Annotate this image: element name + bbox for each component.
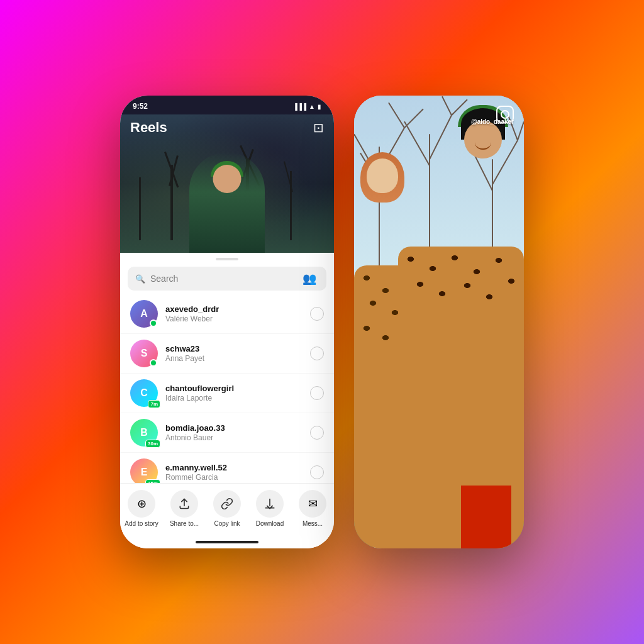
red-pants [461, 486, 511, 548]
contact-name: Rommel Garcia [165, 473, 310, 482]
download-action[interactable]: Download [248, 490, 291, 527]
app-container: 9:52 ▐▐▐ ▲ ▮ Reels ⊡ 🔍 [0, 0, 644, 644]
time-badge: 30m [145, 440, 160, 448]
svg-line-4 [404, 109, 423, 128]
search-bar[interactable]: 🔍 👥 [128, 267, 326, 291]
reels-header: Reels ⊡ [120, 114, 334, 141]
contact-name: Antonio Bauer [165, 433, 310, 442]
home-indicator [120, 536, 334, 548]
contact-name: Valérie Weber [165, 314, 310, 323]
download-icon [256, 490, 284, 518]
contact-item[interactable]: B 30m bomdia.joao.33 Antonio Bauer [120, 413, 334, 453]
camera-icon[interactable]: ⊡ [313, 120, 324, 135]
online-indicator [150, 359, 157, 367]
add-to-story-action[interactable]: ⊕ Add to story [120, 490, 163, 527]
avatar-wrap: S [130, 340, 158, 367]
avatar-wrap: A [130, 300, 158, 328]
svg-line-5 [389, 103, 404, 128]
guy-head [461, 108, 505, 158]
select-circle[interactable] [310, 426, 324, 440]
avatar-wrap: E 45m [130, 458, 158, 483]
select-circle[interactable] [310, 307, 324, 321]
contact-username: schwa23 [165, 344, 310, 353]
new-group-button[interactable]: 👥 [300, 272, 319, 286]
search-icon: 🔍 [135, 274, 145, 284]
avatar-wrap: C 7m [130, 379, 158, 407]
girl-face [367, 158, 398, 193]
person-head [213, 165, 242, 193]
contact-name: Idaira Laporte [165, 394, 310, 402]
video-preview[interactable]: Reels ⊡ [120, 114, 334, 253]
signal-icon: ▐▐▐ [293, 103, 306, 110]
contact-item[interactable]: E 45m e.manny.well.52 Rommel Garcia [120, 453, 334, 483]
add-to-story-label: Add to story [125, 520, 158, 527]
time-badge: 45m [145, 479, 160, 483]
contact-item[interactable]: C 7m chantouflowergirl Idaira Laporte [120, 374, 334, 413]
copy-link-icon [213, 490, 241, 518]
share-panel: 🔍 👥 A axevedo_drdr Valérie Weber [120, 253, 334, 548]
copy-link-label: Copy link [214, 520, 240, 527]
contact-item[interactable]: A axevedo_drdr Valérie Weber [120, 294, 334, 334]
contact-info: e.manny.well.52 Rommel Garcia [165, 463, 310, 482]
contact-info: bomdia.joao.33 Antonio Bauer [165, 423, 310, 442]
guy-face [464, 121, 502, 158]
girl-head [364, 152, 401, 196]
action-bar: ⊕ Add to story Share to... [120, 483, 334, 536]
photo-content: @aldo_daaker [354, 96, 524, 548]
svg-line-10 [442, 96, 452, 115]
contact-info: schwa23 Anna Payet [165, 344, 310, 363]
message-icon: ✉ [299, 490, 326, 518]
contact-info: chantouflowergirl Idaira Laporte [165, 384, 310, 402]
message-action[interactable]: ✉ Mess... [291, 490, 334, 527]
search-input[interactable] [150, 274, 300, 284]
status-icons: ▐▐▐ ▲ ▮ [293, 103, 321, 110]
home-bar [196, 541, 258, 543]
message-label: Mess... [303, 520, 323, 527]
online-indicator [150, 319, 157, 327]
share-to-action[interactable]: Share to... [163, 490, 206, 527]
download-label: Download [256, 520, 284, 527]
contact-username: bomdia.joao.33 [165, 423, 310, 433]
share-to-icon [170, 490, 198, 518]
svg-line-15 [508, 115, 518, 140]
contact-info: axevedo_drdr Valérie Weber [165, 304, 310, 323]
left-phone: 9:52 ▐▐▐ ▲ ▮ Reels ⊡ 🔍 [120, 96, 334, 548]
contact-item[interactable]: S schwa23 Anna Payet [120, 334, 334, 374]
svg-line-7 [404, 121, 430, 165]
avatar-wrap: B 30m [130, 419, 158, 447]
contact-username: axevedo_drdr [165, 304, 310, 314]
select-circle[interactable] [310, 465, 324, 479]
contact-username: chantouflowergirl [165, 384, 310, 393]
status-time: 9:52 [133, 102, 148, 111]
battery-icon: ▮ [318, 103, 321, 110]
select-circle[interactable] [310, 347, 324, 360]
guy-smile [475, 142, 491, 150]
person-silhouette [189, 152, 265, 253]
copy-link-action[interactable]: Copy link [206, 490, 248, 527]
add-to-story-icon: ⊕ [128, 490, 155, 518]
contact-username: e.manny.well.52 [165, 463, 310, 472]
select-circle[interactable] [310, 386, 324, 400]
share-to-label: Share to... [170, 520, 199, 527]
wifi-icon: ▲ [309, 103, 315, 110]
time-badge: 7m [148, 400, 160, 408]
svg-line-14 [518, 121, 524, 140]
status-bar: 9:52 ▐▐▐ ▲ ▮ [120, 96, 334, 114]
contacts-list: A axevedo_drdr Valérie Weber S [120, 294, 334, 483]
reels-title: Reels [130, 119, 167, 136]
right-phone: @aldo_daaker [354, 96, 524, 548]
drag-handle [216, 258, 238, 260]
contact-name: Anna Payet [165, 354, 310, 363]
svg-line-8 [430, 115, 452, 159]
